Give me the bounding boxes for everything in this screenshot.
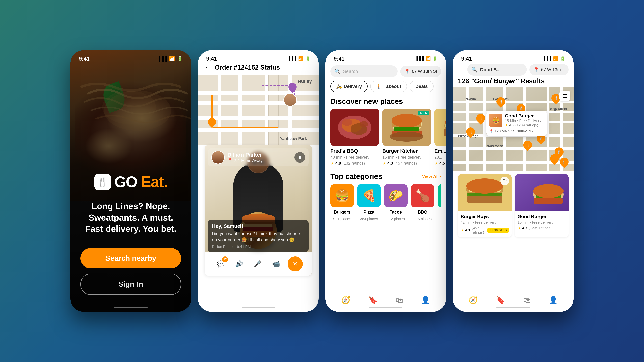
chat-sender-time: Dillion Parker · 9:41 PM (212, 245, 304, 249)
svg-point-14 (392, 114, 422, 127)
location-text: 67 W 13th... (541, 67, 564, 72)
result-card-goodburger[interactable]: Good Burger 15 min • Free delivery ★ 4.7… (515, 174, 568, 237)
chat-badge: 12 (222, 256, 228, 263)
location-icon: 📍 (404, 68, 410, 74)
order-title: Order #124152 Status (215, 64, 280, 71)
back-button[interactable]: ← (204, 64, 211, 71)
search-box[interactable]: 🔍 Good B... (467, 64, 527, 76)
pizza-icon: 🍕 (357, 184, 381, 207)
restaurant-cards: Fred's BBQ 40 min • Free delivery ★ 4.8 … (325, 109, 446, 171)
chat-button[interactable]: 💬 12 (214, 257, 227, 271)
category-pizza[interactable]: 🍕 Pizza 384 places (357, 184, 381, 221)
card-rating: ★ 4.5 (434, 161, 446, 166)
category-count: 116 places (414, 217, 432, 221)
restaurant-card-partial[interactable]: NEW Em... 23... ★ 4.5 (434, 109, 446, 166)
phone-order-status: 9:41 ▐▐▐📶🔋 ← Order #124152 Status (198, 50, 319, 312)
phone-splash: 9:41 ▐▐▐📶🔋 🍴 GO Eat. Long Lines? Nope.Sw… (70, 50, 191, 312)
tagline: Long Lines? Nope.Sweatpants. A must.Fast… (80, 201, 181, 235)
nav-orders[interactable]: 🛍 (396, 296, 403, 304)
card-meta: 40 min • Free delivery (330, 155, 379, 160)
card-meta: 23... (434, 155, 446, 160)
map-menu-button[interactable]: ☰ (560, 90, 570, 101)
card-info: Burger Boys 42 min • Free delivery ★ 4.1… (458, 211, 512, 237)
pause-video-button[interactable]: ⏸ (294, 152, 305, 163)
filter-takeout[interactable]: 🚶 Takeout (370, 81, 407, 92)
category-count: 172 places (387, 217, 405, 221)
filter-tabs: 🛵 Delivery 🚶 Takeout Deals (325, 81, 446, 95)
restaurant-popup[interactable]: 🍔 Good Burger 15 Min • Free Delivery ★ 4… (486, 111, 547, 136)
logo: 🍴 GO Eat. (80, 173, 181, 191)
search-icon: 🔍 (471, 67, 478, 72)
city-label-wayne: Wayne (466, 97, 477, 101)
map-city-label: Nutley (296, 78, 314, 85)
status-icons: ▐▐▐📶🔋 (157, 56, 183, 61)
call-controls: 💬 12 🔊 🎤 📹 ✕ (204, 252, 312, 276)
nav-explore[interactable]: 🧭 (341, 296, 350, 305)
category-bbq[interactable]: 🍗 BBQ 116 places (411, 184, 434, 221)
promoted-badge: PROMOTED (487, 228, 509, 233)
status-icons: ▐▐▐📶🔋 (542, 56, 565, 61)
delivery-icon: 🛵 (336, 84, 342, 89)
chat-bubble: Hey, Samuel! Did you want cheese? I thin… (208, 220, 308, 252)
restaurant-card-fredbbq[interactable]: Fred's BBQ 40 min • Free delivery ★ 4.8 … (330, 109, 379, 166)
search-nearby-button[interactable]: Search nearby (80, 248, 181, 269)
nav-profile[interactable]: 👤 (548, 296, 558, 305)
results-map: Fair Lawn Bergenfield West Orange New Yo… (453, 87, 574, 171)
svg-rect-31 (534, 198, 563, 204)
city-label-new-york: New York (486, 144, 503, 148)
category-noodles[interactable]: 🍜 Noo... 112 places (438, 184, 441, 221)
popup-meta: 15 Min • Free Delivery (505, 119, 541, 123)
category-tacos[interactable]: 🌮 Tacos 172 places (384, 184, 408, 221)
status-icons: ▐▐▐📶🔋 (415, 56, 438, 61)
star-icon: ★ (434, 161, 438, 166)
nav-explore[interactable]: 🧭 (468, 296, 478, 305)
status-time: 9:41 (206, 56, 217, 62)
card-name: Good Burger (518, 214, 566, 219)
search-input[interactable]: Search (343, 69, 358, 74)
search-box[interactable]: 🔍 Search (330, 65, 398, 77)
app-icon: 🍴 (94, 174, 111, 190)
status-icons: ▐▐▐📶🔋 (288, 56, 310, 61)
star-icon: ★ (505, 123, 508, 127)
volume-button[interactable]: 🔊 (232, 257, 246, 271)
search-header: 🔍 Search 📍 67 W 13th St (325, 64, 446, 81)
nav-orders[interactable]: 🛍 (523, 296, 530, 304)
result-card-burgerboys[interactable]: ♡ Burger Boys 42 min • Free delivery ★ 4… (458, 174, 512, 237)
status-time: 9:41 (334, 56, 344, 62)
order-map: Nutley Yanticaw Park (198, 75, 319, 145)
nav-saved[interactable]: 🔖 (368, 296, 378, 305)
filter-deals[interactable]: Deals (410, 81, 434, 92)
favorite-button[interactable]: ♡ (500, 177, 509, 185)
camera-button[interactable]: 📹 (269, 257, 282, 271)
categories-section: Top categories View All › 🍔 Burgers 921 … (325, 171, 446, 223)
mic-button[interactable]: 🎤 (251, 257, 264, 271)
location-box[interactable]: 📍 67 W 13th... (530, 64, 568, 75)
restaurant-card-burgerkitchen[interactable]: NEW Burger Kitchen 15 min • Free deliver… (382, 109, 431, 166)
location-box[interactable]: 📍 67 W 13th St (400, 65, 441, 77)
results-cards: ♡ Burger Boys 42 min • Free delivery ★ 4… (453, 171, 574, 241)
nav-profile[interactable]: 👤 (421, 296, 430, 305)
category-name: BBQ (418, 210, 428, 215)
back-button[interactable]: ← (458, 66, 464, 73)
category-burgers[interactable]: 🍔 Burgers 921 places (330, 184, 354, 221)
end-call-button[interactable]: ✕ (288, 256, 303, 272)
view-all-button[interactable]: View All › (422, 174, 441, 179)
svg-point-6 (342, 119, 352, 126)
search-icon: 🔍 (334, 68, 340, 74)
svg-rect-11 (394, 127, 419, 131)
card-name: Em... (434, 148, 446, 154)
sign-in-button[interactable]: Sign In (80, 274, 181, 295)
nav-saved[interactable]: 🔖 (496, 296, 505, 305)
card-meta: 15 min • Free delivery (518, 220, 566, 225)
driver-distance: 📍 2.4 Miles Away (228, 158, 263, 163)
popup-restaurant-name: Good Burger (505, 113, 541, 119)
driver-info-bar: Dillion Parker 📍 2.4 Miles Away ⏸ (208, 148, 308, 166)
location-text: 67 W 13th St (412, 69, 437, 74)
home-indicator (496, 307, 530, 308)
discover-title: Discover new places (325, 95, 446, 109)
star-icon: ★ (330, 161, 334, 166)
star-icon: ★ (518, 226, 521, 230)
category-name: Pizza (364, 210, 374, 215)
filter-delivery[interactable]: 🛵 Delivery (330, 81, 368, 92)
categories-title: Top categories (330, 172, 382, 181)
